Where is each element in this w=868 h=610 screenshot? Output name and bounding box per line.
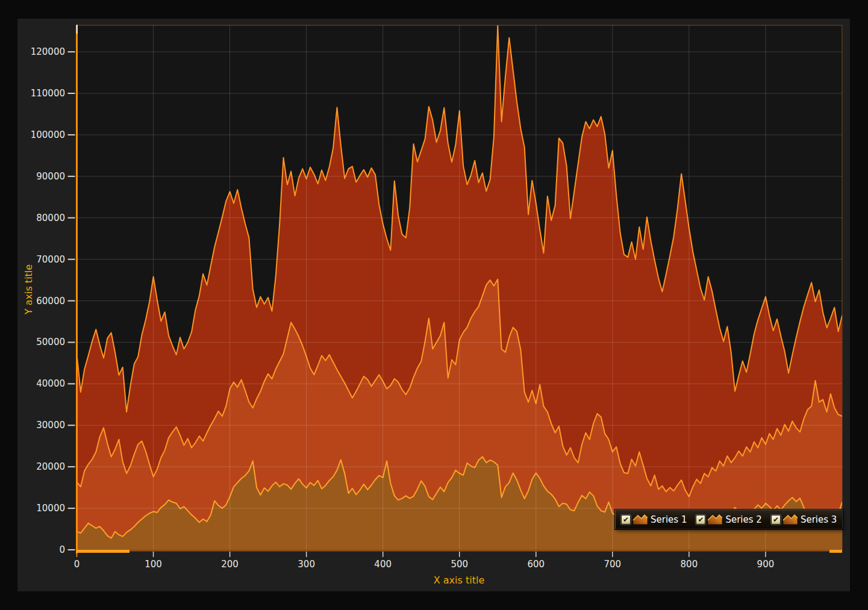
- x-tick-label: 300: [287, 559, 326, 570]
- x-tick-label: 200: [211, 559, 249, 570]
- y-tick-label: 70000: [13, 254, 65, 265]
- y-tick-mark: [68, 259, 75, 260]
- legend-label: Series 3: [800, 514, 837, 525]
- x-tick-label: 700: [593, 559, 632, 570]
- y-tick-mark: [68, 466, 75, 467]
- legend-checkbox[interactable]: ✔: [771, 515, 781, 524]
- y-tick-mark: [68, 93, 75, 94]
- x-tick-mark: [153, 552, 154, 557]
- x-tick-label: 800: [670, 559, 708, 570]
- page-background: Y axis title X axis title 01000020000300…: [0, 0, 868, 610]
- x-tick-mark: [229, 552, 231, 557]
- y-axis-line[interactable]: [76, 25, 78, 553]
- x-axis-end-nib[interactable]: [829, 550, 842, 553]
- y-tick-label: 90000: [13, 171, 65, 182]
- y-tick-mark: [68, 176, 75, 177]
- x-axis-title: X axis title: [399, 574, 519, 586]
- legend-label: Series 2: [725, 514, 761, 525]
- area-series-icon: [782, 514, 798, 525]
- legend-checkbox[interactable]: ✔: [621, 515, 631, 524]
- y-tick-mark: [68, 341, 75, 343]
- y-tick-mark: [68, 549, 75, 550]
- y-tick-mark: [68, 300, 75, 302]
- x-tick-mark: [382, 552, 384, 557]
- y-axis-nib[interactable]: [76, 25, 78, 34]
- y-tick-label: 40000: [13, 378, 65, 389]
- y-tick-label: 120000: [13, 46, 65, 57]
- x-tick-label: 400: [364, 559, 402, 570]
- x-tick-label: 100: [134, 559, 173, 570]
- area-series-icon: [632, 514, 648, 525]
- y-tick-mark: [68, 425, 75, 426]
- x-tick-mark: [535, 552, 537, 557]
- legend[interactable]: ✔Series 1✔Series 2✔Series 3: [615, 509, 843, 529]
- x-tick-mark: [688, 552, 690, 557]
- y-tick-label: 0: [13, 544, 65, 555]
- x-axis-start-nib[interactable]: [76, 550, 130, 553]
- y-tick-label: 20000: [13, 461, 65, 472]
- y-tick-label: 10000: [13, 503, 65, 514]
- y-tick-mark: [68, 51, 75, 52]
- y-tick-label: 80000: [13, 213, 65, 223]
- x-tick-label: 500: [440, 559, 479, 570]
- x-tick-mark: [765, 552, 766, 557]
- y-tick-mark: [68, 508, 75, 509]
- y-tick-label: 60000: [13, 296, 65, 307]
- y-tick-mark: [68, 383, 75, 384]
- legend-checkbox[interactable]: ✔: [696, 515, 705, 524]
- x-tick-mark: [76, 552, 78, 557]
- x-tick-mark: [612, 552, 613, 557]
- x-tick-mark: [306, 552, 307, 557]
- x-tick-mark: [459, 552, 460, 557]
- y-tick-label: 30000: [13, 420, 65, 431]
- legend-item-series-1[interactable]: ✔Series 1: [621, 514, 687, 525]
- y-tick-mark: [68, 134, 75, 135]
- y-tick-label: 50000: [13, 337, 65, 347]
- legend-item-series-3[interactable]: ✔Series 3: [771, 514, 837, 525]
- x-tick-label: 0: [58, 559, 96, 570]
- x-tick-label: 600: [517, 559, 555, 570]
- area-series-icon: [707, 514, 723, 525]
- legend-label: Series 1: [650, 514, 687, 525]
- legend-item-series-2[interactable]: ✔Series 2: [696, 514, 761, 525]
- y-tick-mark: [68, 217, 75, 219]
- y-tick-label: 110000: [13, 88, 65, 99]
- x-tick-label: 900: [746, 559, 785, 570]
- y-tick-label: 100000: [13, 129, 65, 140]
